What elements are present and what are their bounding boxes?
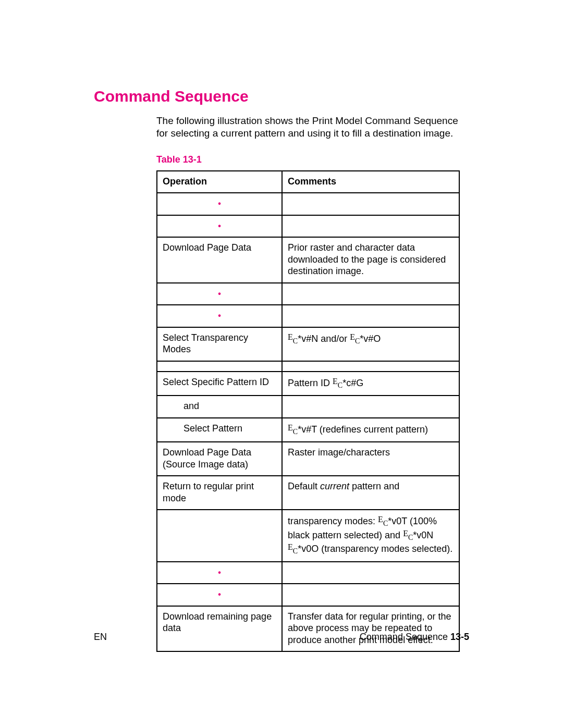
code-tail: *c#G xyxy=(342,378,363,388)
comments-cell: EC*v#T (redefines current pattern) xyxy=(282,418,459,442)
table-row: Select Specific Pattern ID Pattern ID EC… xyxy=(157,372,459,396)
comments-cell: transparency modes: EC*v0T (100% black p… xyxy=(282,510,459,562)
comments-cell: EC*v#N and/or EC*v#O xyxy=(282,327,459,361)
operation-cell: Return to regular print mode xyxy=(157,476,282,510)
code-tail: *v0O xyxy=(298,544,319,554)
text: pattern and xyxy=(349,481,399,491)
operation-cell: Select Pattern xyxy=(157,418,282,442)
escape-e: E xyxy=(378,515,383,524)
code-tail: *v#N xyxy=(298,334,318,344)
escape-e: E xyxy=(288,332,293,341)
page: Command Sequence The following illustrat… xyxy=(0,0,563,728)
empty-cell xyxy=(282,562,459,584)
text: Default xyxy=(288,481,320,491)
escape-e: E xyxy=(288,542,293,551)
empty-cell xyxy=(282,584,459,606)
empty-cell xyxy=(282,396,459,418)
escape-e: E xyxy=(288,423,293,432)
bullet-icon: • xyxy=(157,305,282,327)
operation-cell: Download Page Data xyxy=(157,237,282,283)
comments-cell: Prior raster and character data download… xyxy=(282,237,459,283)
operation-cell: and xyxy=(157,396,282,418)
intro-paragraph: The following illustration shows the Pri… xyxy=(156,115,469,140)
table-row: • xyxy=(157,562,459,584)
text: Pattern ID xyxy=(288,378,333,388)
code-tail: *v0N xyxy=(413,530,433,540)
escape-c: C xyxy=(408,534,413,541)
footer-language: EN xyxy=(94,632,107,643)
escape-c: C xyxy=(383,520,388,527)
escape-e: E xyxy=(333,377,338,386)
operation-text: Select Pattern xyxy=(163,423,276,435)
escape-e: E xyxy=(403,529,408,538)
table-row: Download remaining page data Transfer da… xyxy=(157,606,459,652)
command-sequence-table: Operation Comments • • Download Page Dat… xyxy=(156,170,460,652)
table-row: • xyxy=(157,215,459,238)
italic-text: current xyxy=(320,481,349,491)
text: transparency modes: xyxy=(288,516,378,526)
table-row: Select Transparency Modes EC*v#N and/or … xyxy=(157,327,459,361)
bullet-icon: • xyxy=(157,215,282,238)
footer-page-number: 13-5 xyxy=(450,632,469,642)
footer-section-name: Command Sequence xyxy=(360,632,450,642)
comments-cell: Transfer data for regular printing, or t… xyxy=(282,606,459,652)
footer-page-ref: Command Sequence 13-5 xyxy=(360,632,469,643)
operation-cell: Download remaining page data xyxy=(157,606,282,652)
section-heading: Command Sequence xyxy=(94,88,469,105)
code-tail: *v#O xyxy=(360,334,381,344)
operation-text: and xyxy=(163,400,276,412)
table-row: • xyxy=(157,283,459,305)
bullet-icon: • xyxy=(157,283,282,305)
table-row: • xyxy=(157,584,459,606)
bullet-icon: • xyxy=(157,562,282,584)
table-row: • xyxy=(157,193,459,215)
table-row: Return to regular print mode Default cur… xyxy=(157,476,459,510)
table-row: Select Pattern EC*v#T (redefines current… xyxy=(157,418,459,442)
text: (redefines current pattern) xyxy=(317,424,428,435)
table-row: • xyxy=(157,305,459,327)
empty-cell xyxy=(282,215,459,238)
operation-cell: Select Specific Pattern ID xyxy=(157,372,282,396)
table-header-row: Operation Comments xyxy=(157,171,459,193)
text: (transparency modes selected). xyxy=(319,544,452,554)
escape-c: C xyxy=(293,428,298,436)
code-tail: *v0T xyxy=(388,516,407,526)
comments-cell: Raster image/characters xyxy=(282,442,459,476)
empty-cell xyxy=(157,361,282,372)
operation-cell: Download Page Data (Source Image data) xyxy=(157,442,282,476)
operation-text: (Source Image data) xyxy=(163,459,248,470)
empty-cell xyxy=(157,510,282,562)
operation-cell: Select Transparency Modes xyxy=(157,327,282,361)
code-tail: *v#T xyxy=(298,424,317,435)
table-row: and xyxy=(157,396,459,418)
comments-cell: Pattern ID EC*c#G xyxy=(282,372,459,396)
empty-cell xyxy=(282,193,459,215)
table-row: Download Page Data Prior raster and char… xyxy=(157,237,459,283)
operation-text: Download Page Data xyxy=(163,447,251,458)
header-comments: Comments xyxy=(282,171,459,193)
table-label: Table 13-1 xyxy=(156,154,469,165)
bullet-icon: • xyxy=(157,193,282,215)
escape-c: C xyxy=(355,337,360,345)
header-operation: Operation xyxy=(157,171,282,193)
empty-cell xyxy=(282,305,459,327)
escape-e: E xyxy=(350,332,355,341)
table-row: Download Page Data (Source Image data) R… xyxy=(157,442,459,476)
empty-cell xyxy=(282,361,459,372)
escape-c: C xyxy=(338,381,342,389)
bullet-icon: • xyxy=(157,584,282,606)
text: and/or xyxy=(318,334,350,344)
table-row xyxy=(157,361,459,372)
escape-c: C xyxy=(293,337,298,345)
empty-cell xyxy=(282,283,459,305)
table-row: transparency modes: EC*v0T (100% black p… xyxy=(157,510,459,562)
escape-c: C xyxy=(293,547,298,555)
comments-cell: Default current pattern and xyxy=(282,476,459,510)
